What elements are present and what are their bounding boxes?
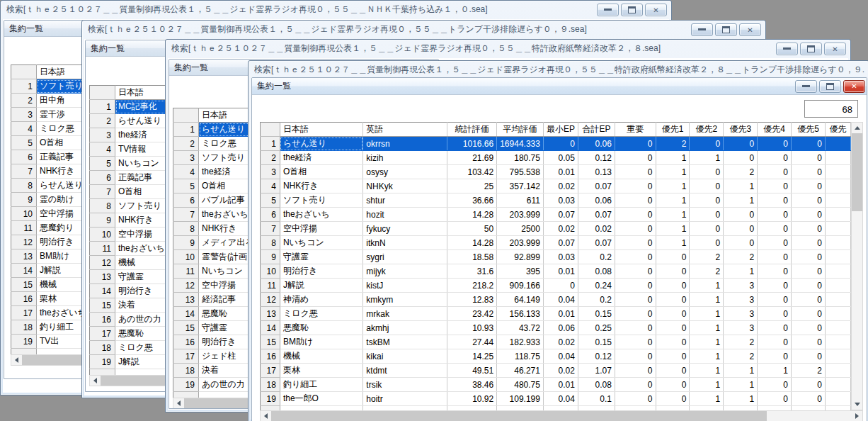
- window-titlebar[interactable]: 検索[ｔｈｅ２５１０２７＿＿質量制御再現公表１，５＿＿ジェド霊界ラジオ再現０，５…: [249, 61, 868, 79]
- cell: 909.166: [497, 279, 544, 293]
- column-header[interactable]: 統計評価: [447, 123, 497, 137]
- scroll-left-button[interactable]: [261, 411, 271, 421]
- minimize-button[interactable]: [597, 4, 619, 16]
- cell: 38.46: [447, 378, 497, 392]
- cell: 2: [724, 349, 758, 364]
- cell: 0: [792, 378, 826, 392]
- table-row[interactable]: 10明治行きmijyk31.63950.010.08002100: [261, 264, 851, 279]
- column-header[interactable]: 優先3: [724, 123, 758, 137]
- column-header[interactable]: 優先: [825, 123, 850, 137]
- cell: 2: [690, 264, 724, 279]
- column-header[interactable]: 英語: [363, 123, 447, 137]
- maximize-button[interactable]: [800, 43, 822, 55]
- row-number: 2: [261, 151, 280, 165]
- column-header[interactable]: 日本語: [280, 123, 362, 137]
- column-header[interactable]: 優先4: [758, 123, 792, 137]
- cell: 0: [758, 321, 792, 335]
- maximize-icon: [826, 83, 834, 90]
- table-row[interactable]: 7空中浮揚fykucy5025000.020.02010000: [261, 222, 851, 236]
- table-row[interactable]: 17栗林ktdmt49.5146.2710.021.07001112: [261, 364, 851, 378]
- scrollbar-track[interactable]: [852, 211, 862, 399]
- cell: 0: [758, 193, 792, 208]
- table-row[interactable]: 13ミロク悪mrkak23.42156.1330.010.15001300: [261, 307, 851, 321]
- scrollbar-thumb[interactable]: [271, 411, 767, 421]
- close-button[interactable]: [843, 80, 865, 93]
- cell: 0: [615, 264, 656, 279]
- scroll-left-button[interactable]: [173, 398, 184, 408]
- maximize-button[interactable]: [819, 80, 841, 93]
- table-row[interactable]: 12神清めkmkym12.8364.1490.040.2001300: [261, 293, 851, 307]
- column-header[interactable]: 優先1: [656, 123, 690, 137]
- cell: 1: [690, 335, 724, 349]
- row-number: 14: [173, 307, 199, 321]
- horizontal-scrollbar[interactable]: [260, 410, 863, 421]
- minimize-button[interactable]: [795, 80, 817, 93]
- table-row[interactable]: 14悪魔恥akmhj10.9343.720.060.25001300: [261, 321, 851, 335]
- row-number: 5: [11, 136, 37, 150]
- table-row[interactable]: 2the経済kizih21.69180.750.050.12011000: [261, 151, 851, 165]
- table-row[interactable]: 8NいちコンitknN14.28203.9990.070.07010000: [261, 236, 851, 250]
- row-number: 11: [261, 279, 280, 293]
- maximize-button[interactable]: [621, 4, 643, 16]
- window-titlebar[interactable]: 検索[ｔｈｅ２５１０２７＿＿質量制御再現公表１，５＿＿ジェド霊界ラジオ再現０，５…: [166, 40, 850, 57]
- child-window-titlebar[interactable]: 集約一覧: [252, 78, 867, 95]
- table-row[interactable]: 6theおざいちhozit14.28203.9990.070.07010000: [261, 208, 851, 222]
- close-button[interactable]: [739, 23, 761, 36]
- table-row[interactable]: 5ソフト売りshtur36.666110.030.06010100: [261, 193, 851, 208]
- cell: [825, 335, 850, 349]
- minimize-button[interactable]: [691, 23, 713, 36]
- table-row[interactable]: 9守護霊sygri18.5892.8990.030.2002200: [261, 250, 851, 264]
- table-row[interactable]: 19the一郎Ohoitr10.92109.1990.040.1001100: [261, 392, 851, 406]
- cell: [825, 208, 850, 222]
- cell: [825, 378, 850, 392]
- table-row[interactable]: 18釣り細工trsik38.46480.750.010.08001100: [261, 378, 851, 392]
- child-window-controls: [795, 80, 865, 93]
- vertical-scrollbar[interactable]: [851, 122, 863, 410]
- scroll-down-button[interactable]: [852, 399, 862, 410]
- count-field[interactable]: 68: [804, 100, 858, 118]
- scrollbar-track[interactable]: [767, 411, 852, 421]
- cell: 3: [724, 307, 758, 321]
- table-row[interactable]: 16機械kikai14.25118.750.040.12001200: [261, 349, 851, 364]
- row-number: 14: [11, 264, 37, 278]
- row-number: 14: [90, 284, 115, 298]
- cell: 0: [758, 208, 792, 222]
- cell: 611: [497, 193, 544, 208]
- cell: 0.01: [543, 165, 578, 179]
- close-button[interactable]: [645, 4, 667, 16]
- scroll-left-button[interactable]: [11, 355, 22, 365]
- column-header[interactable]: 合計EP: [578, 123, 615, 137]
- column-header[interactable]: 最小EP: [543, 123, 578, 137]
- table-row[interactable]: 1らせん送りokrrsn1016.6616944.33300.06020000: [261, 137, 851, 151]
- column-header[interactable]: 重要: [615, 123, 656, 137]
- row-number: 12: [261, 293, 280, 307]
- row-header-corner: [173, 108, 199, 123]
- row-number: 16: [11, 292, 37, 306]
- scroll-right-button[interactable]: [852, 411, 862, 421]
- table-row[interactable]: 11J解説kistJ218.2909.16600.24001300: [261, 279, 851, 293]
- cell: 0: [724, 236, 758, 250]
- table-row[interactable]: 3O首相osysy103.42795.5380.010.13010200: [261, 165, 851, 179]
- cell: [825, 236, 850, 250]
- scroll-left-button[interactable]: [90, 376, 101, 386]
- column-header[interactable]: 優先2: [690, 123, 724, 137]
- column-header[interactable]: 優先5: [792, 123, 826, 137]
- scrollbar-thumb[interactable]: [852, 133, 862, 211]
- cell: 1016.66: [447, 137, 497, 151]
- table-row[interactable]: 15BM助けtskBM27.44182.9330.020.15001200: [261, 335, 851, 349]
- scroll-up-icon: [855, 126, 860, 130]
- cell: 0.03: [543, 193, 578, 208]
- close-icon: [653, 5, 658, 15]
- maximize-button[interactable]: [715, 23, 737, 36]
- row-number: 6: [261, 208, 280, 222]
- minimize-button[interactable]: [776, 43, 798, 55]
- column-header[interactable]: 平均評価: [497, 123, 544, 137]
- cell: 0: [758, 349, 792, 364]
- table-row[interactable]: 4NHK行きNHKyk25357.1420.020.07010100: [261, 179, 851, 193]
- scroll-up-button[interactable]: [852, 123, 862, 133]
- cell: 1: [656, 165, 690, 179]
- cell: 0.2: [578, 250, 615, 264]
- window-titlebar[interactable]: 検索[ｔｈｅ２５１０２７＿＿質量制御再現公表１，５＿＿ジェド霊界ラジオ再現０，５…: [1, 1, 671, 18]
- window-titlebar[interactable]: 検索[ｔｈｅ２５１０２７＿＿質量制御再現公表１，５＿＿ジェド霊界ラジオ再現０，５…: [82, 21, 765, 38]
- close-button[interactable]: [824, 43, 846, 55]
